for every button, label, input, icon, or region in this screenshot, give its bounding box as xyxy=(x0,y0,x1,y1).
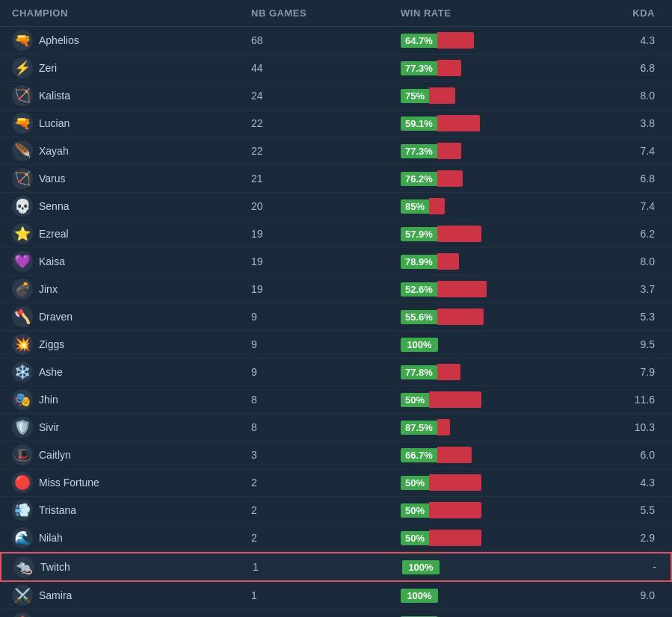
champion-icon: 💀 xyxy=(12,196,33,217)
champion-name: Ezreal xyxy=(39,228,69,240)
winrate-bar-container: 55.6% xyxy=(401,308,484,325)
champion-icon: 🛡️ xyxy=(12,417,33,438)
table-row: ⚔️ Samira 1 100% 9.0 xyxy=(0,582,672,610)
champion-cell: ⚔️ Samira xyxy=(12,585,251,606)
winrate-bar-container: 87.5% xyxy=(401,419,450,435)
winrate-cell: 57.9% xyxy=(401,226,580,242)
winrate-bar-container: 64.7% xyxy=(401,32,474,49)
champion-cell: ❄️ Ashe xyxy=(12,362,251,382)
table-row: 🌊 Nilah 2 50% 2.9 xyxy=(0,524,672,552)
table-row: 🛡️ Sivir 8 87.5% 10.3 xyxy=(0,414,672,441)
winrate-bar-container: 76.2% xyxy=(401,170,463,187)
kda-cell: 6.0 xyxy=(580,449,655,461)
games-cell: 44 xyxy=(251,62,401,74)
kda-cell: 4.3 xyxy=(580,477,655,489)
kda-cell: 3.8 xyxy=(580,117,655,129)
games-cell: 8 xyxy=(251,394,401,406)
champion-cell: 🔥 Smolder xyxy=(12,613,251,617)
winrate-green: 50% xyxy=(401,503,429,518)
kda-cell: 7.4 xyxy=(580,145,655,157)
winrate-bar-container: 52.6% xyxy=(401,281,487,297)
kda-cell: 11.6 xyxy=(580,394,655,406)
table-row: 🔥 Smolder 1 100% 8.0 xyxy=(0,610,672,617)
table-row: 💨 Tristana 2 50% 5.5 xyxy=(0,497,672,524)
champion-name: Ashe xyxy=(39,366,63,378)
winrate-red xyxy=(437,170,463,187)
table-row: 🔴 Miss Fortune 2 50% 4.3 xyxy=(0,469,672,497)
games-cell: 22 xyxy=(251,117,401,129)
winrate-cell: 85% xyxy=(401,198,580,214)
table-row: 🎩 Caitlyn 3 66.7% 6.0 xyxy=(0,441,672,469)
winrate-bar-container: 78.9% xyxy=(401,253,459,270)
winrate-green: 77.8% xyxy=(401,365,437,379)
games-cell: 9 xyxy=(251,366,401,378)
winrate-green: 85% xyxy=(401,199,429,214)
champion-cell: 🎩 Caitlyn xyxy=(12,444,251,465)
kda-cell: 7.4 xyxy=(580,200,655,212)
winrate-bar-container: 77.3% xyxy=(401,60,461,76)
winrate-bar-container: 77.8% xyxy=(401,364,460,380)
champion-name: Miss Fortune xyxy=(39,477,99,489)
champion-name: Kalista xyxy=(39,90,70,102)
winrate-red xyxy=(429,87,455,104)
champion-cell: 🛡️ Sivir xyxy=(12,417,251,438)
champion-header: CHAMPION xyxy=(12,7,251,19)
winrate-red xyxy=(437,281,487,297)
champion-cell: 🔫 Lucian xyxy=(12,113,251,134)
champion-icon: 💨 xyxy=(12,500,33,521)
winrate-red xyxy=(437,308,484,325)
champion-icon: 🎭 xyxy=(12,389,33,410)
champion-icon: ⚔️ xyxy=(12,585,33,606)
champion-name: Twitch xyxy=(40,561,70,573)
winrate-green: 57.9% xyxy=(401,227,437,241)
winrate-green: 76.2% xyxy=(401,172,437,186)
champion-name: Sivir xyxy=(39,421,59,433)
champion-name: Kaisa xyxy=(39,255,65,267)
kda-cell: 4.3 xyxy=(580,34,655,46)
kda-cell: 2.9 xyxy=(580,532,655,544)
champion-cell: 🔴 Miss Fortune xyxy=(12,472,251,493)
winrate-bar-container: 50% xyxy=(401,391,481,408)
winrate-bar: 100% xyxy=(401,338,438,352)
champion-icon: 🔫 xyxy=(12,30,33,51)
table-row: 💥 Ziggs 9 100% 9.5 xyxy=(0,331,672,359)
champion-icon: 💣 xyxy=(12,279,33,300)
champion-name: Aphelios xyxy=(39,34,79,46)
table-row: 💣 Jinx 19 52.6% 3.7 xyxy=(0,276,672,303)
winrate-cell: 75% xyxy=(401,87,580,104)
winrate-red xyxy=(437,32,474,49)
champion-cell: ⭐ Ezreal xyxy=(12,223,251,244)
champion-name: Lucian xyxy=(39,117,70,129)
table-row: ⚡ Zeri 44 77.3% 6.8 xyxy=(0,55,672,82)
winrate-red xyxy=(429,502,481,518)
winrate-red xyxy=(429,198,445,214)
winrate-red xyxy=(437,226,481,242)
nb-games-header: NB GAMES xyxy=(251,7,401,19)
winrate-bar: 100% xyxy=(402,560,440,574)
kda-cell: 6.8 xyxy=(580,62,655,74)
champion-icon: 🎩 xyxy=(12,444,33,465)
winrate-bar: 100% xyxy=(401,589,438,603)
games-cell: 8 xyxy=(251,421,401,433)
games-cell: 19 xyxy=(251,283,401,295)
winrate-red xyxy=(437,447,472,463)
games-cell: 21 xyxy=(251,173,401,185)
winrate-cell: 50% xyxy=(401,530,580,546)
table-row: 🐀 Twitch 1 100% - xyxy=(0,552,672,582)
winrate-cell: 100% xyxy=(401,338,580,352)
games-cell: 19 xyxy=(251,228,401,240)
champion-cell: 🏹 Varus xyxy=(12,168,251,189)
winrate-green: 52.6% xyxy=(401,282,437,297)
champion-cell: 🪶 Xayah xyxy=(12,140,251,161)
champion-icon: 🏹 xyxy=(12,85,33,106)
winrate-green: 75% xyxy=(401,89,429,103)
table-row: 💀 Senna 20 85% 7.4 xyxy=(0,193,672,220)
games-cell: 2 xyxy=(251,532,401,544)
games-cell: 22 xyxy=(251,145,401,157)
winrate-green: 50% xyxy=(401,476,429,490)
champion-name: Ziggs xyxy=(39,338,64,350)
winrate-green: 50% xyxy=(401,531,429,545)
winrate-green: 77.3% xyxy=(401,61,437,75)
winrate-cell: 52.6% xyxy=(401,281,580,297)
kda-cell: - xyxy=(582,561,656,573)
